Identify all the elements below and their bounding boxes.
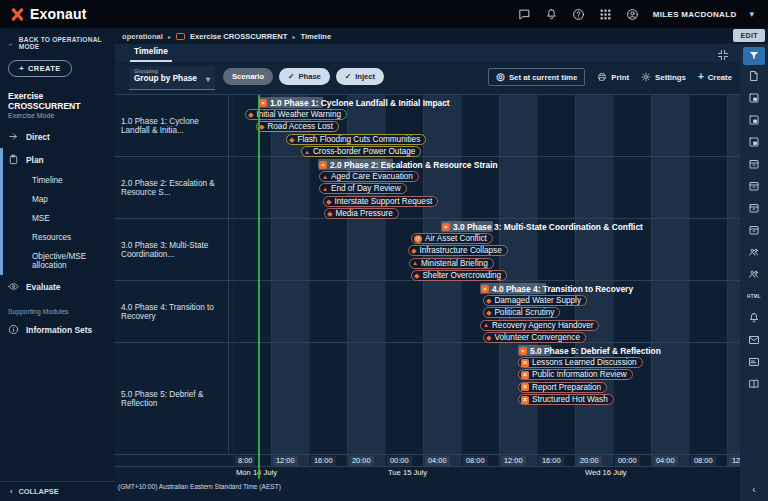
inject-pill[interactable]: ▲Aged Care Evacuation xyxy=(319,171,419,182)
fullscreen-icon[interactable] xyxy=(717,47,730,60)
inject-pill[interactable]: ◆Road Access Lost xyxy=(256,121,339,132)
sidebar-item-resources[interactable]: Resources xyxy=(3,228,115,247)
phase-bar[interactable]: ×3.0 Phase 3: Multi-State Coordination &… xyxy=(441,221,643,232)
inject-pill[interactable]: ▲Cross-border Power Outage xyxy=(301,146,421,157)
chevron-down-icon[interactable]: ▾ xyxy=(749,9,754,19)
inject-pill[interactable]: ×Public Information Review xyxy=(518,369,633,380)
settings-button[interactable]: Settings xyxy=(641,72,686,82)
create-inject-button[interactable]: + Create xyxy=(698,72,732,82)
inject-pill[interactable]: ◆Shelter Overcrowding xyxy=(411,270,507,281)
phase-bar[interactable]: ×4.0 Phase 4: Transition to Recovery xyxy=(480,283,633,294)
tick-label: 04:00 xyxy=(653,456,678,466)
filter-pill-label: Scenario xyxy=(232,72,264,81)
archive-icon[interactable] xyxy=(743,175,765,197)
help-icon[interactable] xyxy=(572,7,586,21)
user-menu[interactable]: MILES MACDONALD xyxy=(653,10,737,19)
phase-title: 2.0 Phase 2: Escalation & Resource Strai… xyxy=(330,160,498,170)
inject-pill[interactable]: ◆Flash Flooding Cuts Communities xyxy=(286,134,426,145)
tick-label: 8:00 xyxy=(235,456,255,466)
inject-pill[interactable]: ◆Interstate Support Request xyxy=(323,196,438,207)
inject-label: Ministerial Briefing xyxy=(421,259,488,268)
date-axis: Mon 14 JulyTue 15 JulyWed 16 July xyxy=(230,468,740,480)
inject-label: Shelter Overcrowding xyxy=(422,271,501,280)
set-current-time-button[interactable]: ◎ Set at current time xyxy=(488,68,585,86)
diamond-icon: ◆ xyxy=(486,297,491,304)
sidebar-item-direct[interactable]: Direct xyxy=(0,125,115,148)
sidebar-item-objective-mse-allocation[interactable]: Objective/MSE allocation xyxy=(3,247,115,275)
inject-pill[interactable]: ◆Damaged Water Supply xyxy=(483,295,587,306)
phase-bar[interactable]: ×2.0 Phase 2: Escalation & Resource Stra… xyxy=(318,159,498,170)
avatar-icon[interactable] xyxy=(626,7,640,21)
phase-bar[interactable]: ×5.0 Phase 5: Debrief & Reflection xyxy=(518,345,661,356)
page-icon[interactable] xyxy=(743,65,765,87)
bell-icon[interactable] xyxy=(545,7,559,21)
sidebar-item-information-sets[interactable]: Information Sets xyxy=(0,318,115,341)
mail-icon[interactable] xyxy=(743,329,765,351)
sidebar-item-timeline[interactable]: Timeline xyxy=(3,171,115,190)
inject-pill[interactable]: ▲Recovery Agency Handover xyxy=(480,320,599,331)
inject-pill[interactable]: ▲End of Day Review xyxy=(319,183,407,194)
breadcrumb-timeline[interactable]: Timeline xyxy=(300,32,331,41)
breadcrumb-operational[interactable]: operational xyxy=(122,32,163,41)
row-chart: ×5.0 Phase 5: Debrief & Reflection×Lesso… xyxy=(230,343,740,454)
inject-pill[interactable]: ×Report Preparation xyxy=(518,382,607,393)
timezone-note: (GMT+10:00) Australian Eastern Standard … xyxy=(118,483,281,490)
inject-pill[interactable]: ×Structured Hot Wash xyxy=(518,394,614,405)
inject-pill[interactable]: ×Lessons Learned Discussion xyxy=(518,357,643,368)
sidebar-create-button[interactable]: + CREATE xyxy=(8,60,72,77)
sidebar-item-evaluate[interactable]: Evaluate xyxy=(0,275,115,298)
plus-icon: + xyxy=(698,72,704,82)
group-icon[interactable] xyxy=(743,263,765,285)
square-x-icon: × xyxy=(521,383,529,391)
filter-pill-inject[interactable]: ✓Inject xyxy=(336,68,384,85)
bell-icon[interactable] xyxy=(743,307,765,329)
panel-icon[interactable] xyxy=(743,131,765,153)
timeline-row: 3.0 Phase 3: Multi-State Coordination...… xyxy=(115,219,740,281)
panel-icon[interactable] xyxy=(743,109,765,131)
inject-label: Public Information Review xyxy=(532,370,627,379)
grouping-dropdown[interactable]: Grouping Group by Phase ▾ xyxy=(129,66,215,90)
sidebar-collapse-button[interactable]: ‹ COLLAPSE xyxy=(0,481,115,501)
apps-grid-icon[interactable] xyxy=(599,7,613,21)
inject-pill[interactable]: ◆Infrastructure Collapse xyxy=(408,245,508,256)
diamond-icon: ◆ xyxy=(326,198,331,205)
print-button[interactable]: Print xyxy=(597,72,629,82)
inject-pill[interactable]: ◆Initial Weather Warning xyxy=(245,109,347,120)
card-icon[interactable] xyxy=(743,351,765,373)
filter-pills: Scenario✓Phase✓Inject xyxy=(223,68,384,85)
edit-button[interactable]: EDIT xyxy=(733,29,765,42)
sidebar-item-mse[interactable]: MSE xyxy=(3,209,115,228)
clipboard-icon xyxy=(8,154,19,165)
html-icon[interactable]: HTML xyxy=(743,285,765,307)
inject-pill[interactable]: ◆Political Scrutiny xyxy=(483,307,560,318)
archive-icon[interactable] xyxy=(743,153,765,175)
book-icon[interactable] xyxy=(743,373,765,395)
sidebar-item-plan[interactable]: Plan xyxy=(3,148,115,171)
top-bar: Exonaut MILES MACDONALD ▾ xyxy=(0,0,768,28)
rail-collapse-icon[interactable]: ‹ xyxy=(740,484,768,495)
filter-pill-phase[interactable]: ✓Phase xyxy=(279,68,330,85)
archive-icon[interactable] xyxy=(743,219,765,241)
timeline-row: 5.0 Phase 5: Debrief & Reflection×5.0 Ph… xyxy=(115,343,740,455)
tick-label: 12:00 xyxy=(273,456,298,466)
group-icon[interactable] xyxy=(743,241,765,263)
archive-icon[interactable] xyxy=(743,197,765,219)
inject-pill[interactable]: ◆Media Pressure xyxy=(324,208,399,219)
breadcrumb-exercise[interactable]: Exercise CROSSCURRENT xyxy=(190,32,287,41)
inject-label: Infrastructure Collapse xyxy=(419,246,501,255)
phase-marker-icon: × xyxy=(519,347,527,355)
inject-pill[interactable]: ↺Air Asset Conflict xyxy=(411,233,493,244)
info-icon xyxy=(8,324,19,335)
timeline-row: 1.0 Phase 1: Cyclone Landfall & Initia..… xyxy=(115,95,740,157)
filter-icon[interactable] xyxy=(743,47,765,65)
back-to-operational-button[interactable]: ← BACK TO OPERATIONAL MODE xyxy=(0,28,115,54)
inject-pill[interactable]: ▲Ministerial Briefing xyxy=(409,258,494,269)
filter-pill-scenario[interactable]: Scenario xyxy=(223,68,273,85)
panel-icon[interactable] xyxy=(743,87,765,109)
phase-bar[interactable]: ×1.0 Phase 1: Cyclone Landfall & Initial… xyxy=(258,97,450,108)
phase-title: 5.0 Phase 5: Debrief & Reflection xyxy=(530,346,661,356)
inject-pill[interactable]: ◆Volunteer Convergence xyxy=(483,332,586,343)
tab-timeline[interactable]: Timeline xyxy=(130,43,172,62)
sidebar-item-map[interactable]: Map xyxy=(3,190,115,209)
chat-icon[interactable] xyxy=(518,7,532,21)
